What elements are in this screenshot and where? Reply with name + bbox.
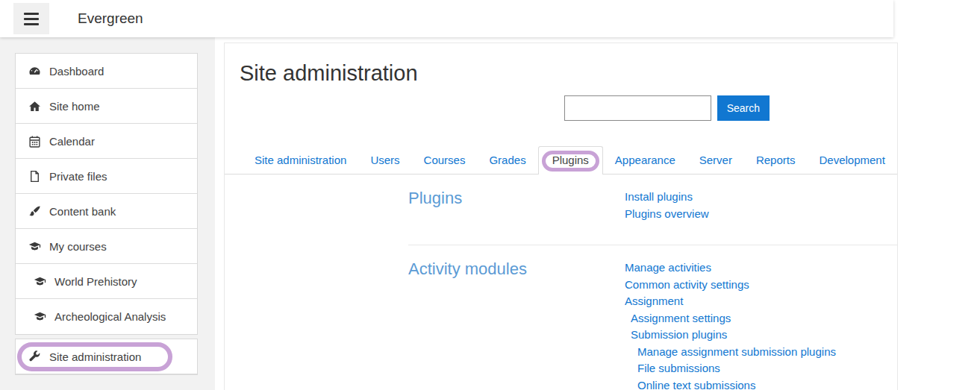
admin-link-online-text-submissions[interactable]: Online text submissions bbox=[637, 377, 836, 390]
sidebar-item-label: Site administration bbox=[49, 350, 141, 363]
sidebar-item-label: World Prehistory bbox=[54, 275, 137, 288]
sidebar-item-label: Content bank bbox=[49, 205, 116, 218]
file-icon bbox=[28, 170, 41, 183]
wrench-icon bbox=[28, 350, 41, 363]
tab-reports[interactable]: Reports bbox=[744, 147, 808, 174]
tab-plugins[interactable]: Plugins bbox=[538, 146, 603, 174]
sidebar-item-label: Site home bbox=[49, 100, 100, 113]
page-title: Site administration bbox=[240, 61, 897, 86]
hamburger-icon bbox=[24, 13, 39, 15]
section-heading: Plugins bbox=[408, 189, 625, 222]
sidebar-item-my-courses[interactable]: My courses bbox=[16, 229, 197, 264]
graduation-cap-icon bbox=[34, 310, 46, 323]
page-body: Dashboard Site home Calendar Private fil… bbox=[0, 37, 893, 390]
home-icon bbox=[28, 100, 41, 113]
section-activity-modules: Activity modules Manage activities Commo… bbox=[408, 245, 897, 390]
sidebar-item-label: Archeological Analysis bbox=[54, 310, 166, 323]
admin-link-assignment[interactable]: Assignment bbox=[625, 293, 836, 310]
nav-list-admin: Site administration bbox=[15, 339, 198, 375]
sidebar-item-site-home[interactable]: Site home bbox=[16, 89, 197, 124]
graduation-cap-icon bbox=[28, 240, 41, 253]
sidebar-item-label: My courses bbox=[49, 240, 107, 253]
topbar: Evergreen bbox=[0, 0, 893, 37]
sidebar-item-dashboard[interactable]: Dashboard bbox=[16, 54, 197, 89]
section-links: Install plugins Plugins overview bbox=[625, 189, 709, 222]
admin-tabs: Site administration Users Courses Grades… bbox=[225, 146, 897, 174]
admin-link-plugins-overview[interactable]: Plugins overview bbox=[625, 206, 709, 223]
sidebar-item-site-administration[interactable]: Site administration bbox=[16, 339, 197, 374]
sidebar-item-label: Dashboard bbox=[49, 65, 104, 78]
sidebar-item-content-bank[interactable]: Content bank bbox=[16, 194, 197, 229]
graduation-cap-icon bbox=[34, 275, 46, 288]
search-input[interactable] bbox=[564, 95, 711, 121]
sidebar-item-calendar[interactable]: Calendar bbox=[16, 124, 197, 159]
section-heading: Activity modules bbox=[408, 260, 625, 390]
tab-development[interactable]: Development bbox=[807, 147, 896, 174]
nav-list: Dashboard Site home Calendar Private fil… bbox=[15, 53, 198, 335]
search-button[interactable]: Search bbox=[717, 95, 770, 121]
tab-site-administration[interactable]: Site administration bbox=[243, 147, 358, 174]
calendar-icon bbox=[28, 135, 41, 148]
admin-link-assignment-settings[interactable]: Assignment settings bbox=[631, 310, 836, 327]
sidebar-item-label: Calendar bbox=[49, 135, 95, 148]
nav-drawer: Dashboard Site home Calendar Private fil… bbox=[0, 37, 215, 390]
admin-link-common-activity-settings[interactable]: Common activity settings bbox=[625, 277, 836, 294]
admin-link-manage-assignment-submission-plugins[interactable]: Manage assignment submission plugins bbox=[637, 344, 836, 361]
sidebar-item-private-files[interactable]: Private files bbox=[16, 159, 197, 194]
admin-search-form: Search bbox=[225, 95, 770, 121]
tab-appearance[interactable]: Appearance bbox=[603, 147, 687, 174]
main-region: Site administration Search Site administ… bbox=[215, 37, 898, 390]
hamburger-menu-button[interactable] bbox=[13, 3, 49, 34]
section-links: Manage activities Common activity settin… bbox=[625, 260, 836, 390]
admin-link-install-plugins[interactable]: Install plugins bbox=[625, 189, 709, 206]
tab-server[interactable]: Server bbox=[687, 147, 744, 174]
admin-link-manage-activities[interactable]: Manage activities bbox=[625, 260, 836, 277]
paintbrush-icon bbox=[28, 205, 41, 218]
admin-link-file-submissions[interactable]: File submissions bbox=[637, 360, 836, 377]
site-brand[interactable]: Evergreen bbox=[78, 10, 143, 27]
dashboard-icon bbox=[28, 65, 41, 78]
tab-grades[interactable]: Grades bbox=[477, 147, 537, 174]
sidebar-item-world-prehistory[interactable]: World Prehistory bbox=[16, 264, 197, 299]
section-plugins: Plugins Install plugins Plugins overview bbox=[408, 174, 897, 245]
admin-link-submission-plugins[interactable]: Submission plugins bbox=[631, 327, 836, 344]
content-card: Site administration Search Site administ… bbox=[224, 43, 898, 390]
tab-courses[interactable]: Courses bbox=[412, 147, 478, 174]
tab-users[interactable]: Users bbox=[358, 147, 411, 174]
sidebar-item-archeological-analysis[interactable]: Archeological Analysis bbox=[16, 299, 197, 334]
sidebar-item-label: Private files bbox=[49, 170, 107, 183]
tab-label: Plugins bbox=[552, 154, 589, 166]
